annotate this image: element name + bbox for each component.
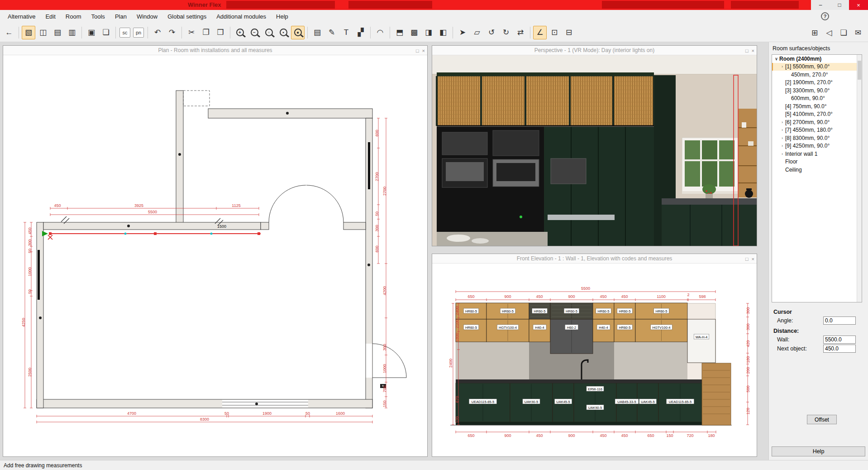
render-view-button[interactable]: ◨ [422,26,435,39]
restore-icon[interactable]: □ [745,256,749,262]
elevation-panel-header[interactable]: Front Elevation - 1 : Wall - 1, Elevatio… [432,254,757,264]
maximize-button[interactable]: □ [830,0,849,10]
arc-button[interactable]: ◠ [373,26,387,39]
plan-panel-header[interactable]: Plan - Room with installations and all m… [3,46,427,55]
back-button[interactable]: ← [2,26,16,39]
open-plan-button[interactable]: ▧ [22,26,35,39]
navigate-back-button[interactable]: ◁ [822,26,836,39]
item-list-button[interactable]: ▤ [51,26,64,39]
menu-edit[interactable]: Edit [40,11,60,22]
elevation-drawing: HR60-5HR60-5HR60-5HR60-5HR60-5HR60-5HR60… [432,264,757,456]
text-button[interactable]: T [339,26,353,39]
plan-canvas[interactable]: 4503925112555004700501900501600830045030… [3,55,427,456]
diagram-button[interactable]: ▞ [354,26,367,39]
close-icon[interactable]: × [752,256,754,262]
tree-item[interactable]: 450mm, 270.0° [772,71,862,79]
menu-window[interactable]: Window [132,11,162,22]
scale-button[interactable]: sc [119,28,130,38]
tree-scrollbar[interactable] [857,55,862,302]
perspective-panel-header[interactable]: Perspective - 1 (VR Mode): Day (interior… [432,46,757,55]
cabinet-code-label: HR60-5 [598,309,610,313]
next-object-input[interactable] [823,345,856,353]
expander-icon[interactable]: › [779,144,785,148]
print-button[interactable]: ❏ [99,26,113,39]
monitor-button[interactable]: ⊞ [808,26,821,39]
menu-additional-modules[interactable]: Additional modules [211,11,271,22]
elevation-canvas[interactable]: HR60-5HR60-5HR60-5HR60-5HR60-5HR60-5HR60… [432,264,757,456]
export-view-button[interactable]: ⊟ [562,26,576,39]
expander-icon[interactable]: › [779,120,785,125]
menu-plan[interactable]: Plan [110,11,132,22]
menu-room[interactable]: Room [61,11,86,22]
tree-item[interactable]: ∨Room (2400mm) [772,55,862,63]
plan-dimension-label: 2700 [382,187,387,196]
zoom-in-button[interactable]: + [233,26,247,39]
paste-button[interactable]: ❒ [214,26,227,39]
offset-button[interactable]: Offset [807,415,837,424]
installation-list-button[interactable]: ▥ [65,26,79,39]
tree-item[interactable]: [5] 4100mm, 270.0° [772,110,862,119]
tree-item[interactable]: Floor [772,158,862,166]
help-icon[interactable]: ? [821,12,829,20]
menu-help[interactable]: Help [271,11,293,22]
expander-icon[interactable]: ∨ [773,57,779,61]
tile-windows-button[interactable]: ◫ [36,26,50,39]
perspective-view-button[interactable]: ⬒ [393,26,406,39]
email-button[interactable]: ✉ [851,26,865,39]
rotate-left-button[interactable]: ↺ [485,26,498,39]
pan-button[interactable]: pn [133,28,144,38]
menu-tools[interactable]: Tools [86,11,110,22]
annotate-button[interactable]: ✎ [325,26,339,39]
close-button[interactable]: × [849,0,868,10]
menu-global-settings[interactable]: Global settings [162,11,211,22]
report-button[interactable]: ▤ [310,26,324,39]
menu-alternative[interactable]: Alternative [3,11,40,22]
expander-icon[interactable]: › [779,128,785,132]
copy-button[interactable]: ❐ [199,26,213,39]
minimize-button[interactable]: – [811,0,830,10]
tree-item[interactable]: ›[8] 8300mm, 90.0° [772,134,862,142]
restore-icon[interactable]: □ [745,48,749,53]
zoom-out-button[interactable]: − [248,26,261,39]
zoom-object-button[interactable]: ● [291,26,305,39]
redo-button[interactable]: ↷ [165,26,179,39]
plan-dimension-label: 700 [382,385,387,392]
tree-item[interactable]: [3] 3300mm, 90.0° [772,86,862,95]
tree-item[interactable]: Ceiling [772,166,862,174]
tree-item[interactable]: ›[7] 4550mm, 180.0° [772,126,862,134]
restore-icon[interactable]: □ [416,48,419,53]
perspective-canvas[interactable] [432,55,757,246]
tree-item[interactable]: [2] 1900mm, 270.0° [772,79,862,87]
measure-button[interactable]: ∠ [533,26,547,39]
elevation-dimension-label: 5500 [581,286,590,291]
scrollbar-thumb[interactable] [858,61,861,80]
tree-item[interactable]: 600mm, 90.0° [772,95,862,103]
save-button[interactable]: ▣ [85,26,98,39]
cut-button[interactable]: ✂ [185,26,198,39]
expander-icon[interactable]: › [779,152,785,156]
tree-item[interactable]: ›[1] 5500mm, 90.0° [772,63,862,71]
help-button[interactable]: Help [772,446,865,456]
expander-icon[interactable]: › [779,136,785,140]
tree-item[interactable]: ›[9] 4250mm, 90.0° [772,142,862,150]
select-3d-button[interactable]: ▱ [470,26,484,39]
select-button[interactable]: ➤ [456,26,469,39]
undo-button[interactable]: ↶ [151,26,164,39]
tree-item[interactable]: [4] 750mm, 90.0° [772,102,862,110]
tree-item[interactable]: ›Interior wall 1 [772,150,862,158]
tree-item[interactable]: ›[6] 2700mm, 90.0° [772,118,862,126]
print-page-button[interactable]: ❏ [837,26,850,39]
walkthrough-button[interactable]: ◧ [436,26,450,39]
zoom-window-button[interactable]: ▫ [262,26,276,39]
mirror-button[interactable]: ⇄ [514,26,527,39]
close-icon[interactable]: × [752,48,754,53]
screen-button[interactable]: ⊡ [548,26,561,39]
expander-icon[interactable]: › [779,64,785,69]
room-objects-tree[interactable]: ∨Room (2400mm)›[1] 5500mm, 90.0°450mm, 2… [772,54,862,302]
wall-distance-input[interactable] [823,336,856,344]
zoom-all-button[interactable]: ▪ [277,26,290,39]
close-icon[interactable]: × [422,48,425,53]
angle-input[interactable] [823,317,856,325]
rotate-right-button[interactable]: ↻ [499,26,513,39]
photo-view-button[interactable]: ▩ [407,26,421,39]
